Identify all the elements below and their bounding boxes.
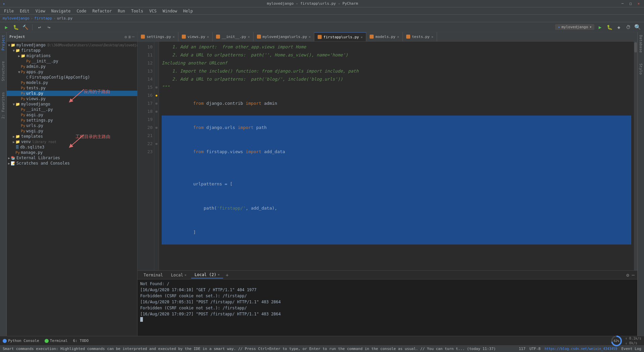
fold-gutter: ⊟ ● ⊟ ⊟ ⊟ ⊟ xyxy=(154,42,159,270)
run-button[interactable]: ▶ xyxy=(3,24,10,31)
code-editor[interactable]: 10 11 12 13 14 15 16 17 18 19 20 21 22 2… xyxy=(138,42,637,270)
breadcrumb-mylovedjango[interactable]: mylovedjango xyxy=(3,16,29,20)
expand-icon: ▼ xyxy=(13,49,15,52)
python-file-icon: Py xyxy=(21,129,25,133)
sidebar-settings-icon[interactable]: ⚙ xyxy=(124,35,127,39)
terminal-bottom-button[interactable]: Terminal xyxy=(45,339,68,343)
scrollbar-thumb[interactable] xyxy=(634,42,637,52)
menu-tools[interactable]: Tools xyxy=(128,8,146,14)
menu-edit[interactable]: Edit xyxy=(17,8,32,14)
tree-item-models[interactable]: ▶ Py models.py xyxy=(7,80,137,85)
build-button[interactable]: 🔨 xyxy=(21,24,29,31)
tab-views[interactable]: views.py ✕ xyxy=(178,32,213,41)
terminal-minimize-icon[interactable]: ─ xyxy=(632,272,635,278)
tree-item-migrations[interactable]: ▶ 📁 migrations xyxy=(7,53,137,58)
run-green-button[interactable]: ▶ xyxy=(596,24,604,31)
event-log-button[interactable]: Event Log xyxy=(621,347,641,351)
run-config-selector[interactable]: ✦ mylovedjango ▾ xyxy=(555,24,594,30)
run-config-chevron: ▾ xyxy=(589,25,592,29)
tab-local2[interactable]: Local (2) ✕ xyxy=(191,272,223,278)
line-num: 23 xyxy=(139,148,153,156)
line-num: 14 xyxy=(139,75,153,83)
sidebar-collapse-icon[interactable]: ≡ xyxy=(128,35,131,39)
tab-close-button[interactable]: ✕ xyxy=(173,35,175,39)
minimize-button[interactable]: ─ xyxy=(620,1,625,6)
terminal-content[interactable]: Not Found: / [16/Aug/2020 17:04:10] "GET… xyxy=(138,279,637,336)
todo-button[interactable]: 6: TODO xyxy=(73,339,89,343)
title-left: ✦ xyxy=(3,1,5,6)
tab-close-button[interactable]: ✕ xyxy=(397,35,399,39)
fold-marker xyxy=(154,67,159,75)
tab-close-button[interactable]: ✕ xyxy=(309,35,311,39)
menu-view[interactable]: View xyxy=(33,8,48,14)
tree-item-firstappconfig[interactable]: ▶ C FirstappConfig(AppConfig) xyxy=(7,75,137,80)
redo-button[interactable]: ↪ xyxy=(45,24,53,31)
terminal-cursor-line[interactable] xyxy=(140,317,635,322)
editor-scrollbar[interactable] xyxy=(634,42,637,270)
structure-panel-icon[interactable]: Structure xyxy=(1,61,5,81)
tree-item-urls-main[interactable]: ▶ Py urls.py xyxy=(7,123,137,128)
tree-item-asgi[interactable]: ▶ Py asgi.py xyxy=(7,112,137,118)
breadcrumb-firstapp[interactable]: firstapp xyxy=(34,16,52,20)
tab-models[interactable]: models.py ✕ xyxy=(366,32,403,41)
tree-item-scratches[interactable]: ▶ 📝 Scratches and Consoles xyxy=(7,161,137,166)
undo-button[interactable]: ↩ xyxy=(36,24,43,31)
tab-icon xyxy=(370,35,374,39)
tab-tests[interactable]: tests.py ✕ xyxy=(403,32,437,41)
coverage-button[interactable]: ◈ xyxy=(615,24,623,31)
tree-label: views.py xyxy=(26,96,46,101)
menu-window[interactable]: Window xyxy=(160,8,180,14)
tab-close-button[interactable]: ✕ xyxy=(361,35,363,39)
tree-item-mylovedjango[interactable]: ▼ 📁 mylovedjango D:\360MoveData\Users\le… xyxy=(7,42,137,48)
debug-button[interactable]: 🐛 xyxy=(12,24,19,31)
tab-add-button[interactable]: + xyxy=(226,272,228,278)
menu-file[interactable]: File xyxy=(1,8,16,14)
menu-code[interactable]: Code xyxy=(74,8,89,14)
stylo-panel-icon[interactable]: Stylo xyxy=(639,63,643,75)
database-panel-icon[interactable]: Database xyxy=(639,35,643,53)
tab-close-button[interactable]: ✕ xyxy=(431,35,433,39)
menu-refactor[interactable]: Refactor xyxy=(90,8,114,14)
tab-settings[interactable]: settings.py ✕ xyxy=(138,32,178,41)
menu-run[interactable]: Run xyxy=(115,8,128,14)
tab-init[interactable]: __init__.py ✕ xyxy=(213,32,254,41)
status-url[interactable]: https://blog.csdn.net/weixin_4343459 xyxy=(545,347,618,351)
tree-item-extlibs[interactable]: ▶ 📚 External Libraries xyxy=(7,155,137,161)
tree-item-init1[interactable]: ▶ Py __init__.py xyxy=(7,58,137,64)
python-console-button[interactable]: Python Console xyxy=(3,339,39,343)
terminal-settings-icon[interactable]: ⚙ xyxy=(626,272,629,278)
favorites-panel-icon[interactable]: 2: Favorites xyxy=(1,92,5,119)
tab-terminal[interactable]: Terminal xyxy=(140,272,166,278)
tree-item-settings[interactable]: ▶ Py settings.py xyxy=(7,118,137,123)
tab-myloveurls[interactable]: mylovedjango\urls.py ✕ xyxy=(254,32,314,41)
tree-label: apps.py xyxy=(26,70,43,74)
tab-firstappurls[interactable]: firstapp\urls.py ✕ xyxy=(314,32,366,41)
menu-help[interactable]: Help xyxy=(180,8,196,14)
tab-icon xyxy=(257,35,261,39)
tab-close-button[interactable]: ✕ xyxy=(248,35,250,39)
breadcrumb-urls[interactable]: urls.py xyxy=(57,16,72,20)
search-everywhere-button[interactable]: 🔍 xyxy=(634,24,641,31)
tree-label: Scratches and Consoles xyxy=(16,161,70,166)
sidebar-close-icon[interactable]: ─ xyxy=(132,35,135,39)
project-panel-icon[interactable]: Project xyxy=(1,35,5,50)
tab-close-button[interactable]: ✕ xyxy=(207,35,209,39)
tab-local2-close[interactable]: ✕ xyxy=(218,273,220,276)
menu-vcs[interactable]: VCS xyxy=(147,8,159,14)
debug-green-button[interactable]: 🐛 xyxy=(606,24,613,31)
tree-item-admin[interactable]: ▶ Py admin.py xyxy=(7,64,137,69)
profile-button[interactable]: ⏱ xyxy=(625,24,632,31)
tree-item-init2[interactable]: ▶ Py __init__.py xyxy=(7,107,137,112)
tab-local[interactable]: Local ✕ xyxy=(168,272,190,278)
menu-navigate[interactable]: Navigate xyxy=(49,8,73,14)
tab-local-close[interactable]: ✕ xyxy=(184,273,186,277)
app: ✦ mylovedjango - firstapp\urls.py - PyCh… xyxy=(0,0,644,352)
code-content[interactable]: 1. Add an import: from other_app.views i… xyxy=(159,42,634,270)
close-button[interactable]: ✕ xyxy=(636,1,641,6)
maximize-button[interactable]: □ xyxy=(628,1,633,6)
tree-item-apps[interactable]: ▼ Py apps.py xyxy=(7,69,137,75)
tree-item-firstapp[interactable]: ▼ 📁 firstapp xyxy=(7,48,137,53)
terminal-line: [16/Aug/2020 17:05:31] "POST /firstapp/ … xyxy=(140,299,635,305)
tree-label: urls.py xyxy=(26,91,43,96)
tree-label: __init__.py xyxy=(32,59,58,63)
